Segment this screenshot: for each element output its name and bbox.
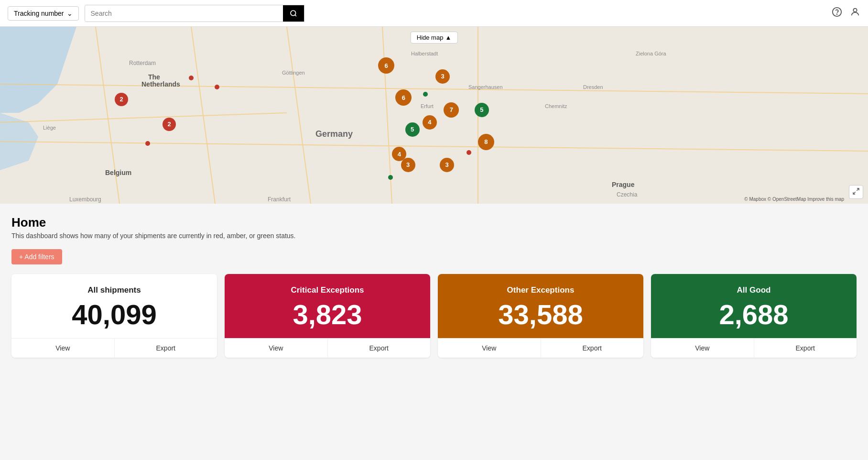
map-background: Rotterdam The Netherlands Belgium German… [0, 27, 868, 204]
svg-text:Zielona Góra: Zielona Góra [636, 51, 666, 56]
svg-text:Chemnitz: Chemnitz [545, 103, 567, 109]
tracking-dropdown-label: Tracking number [14, 10, 64, 17]
svg-text:Frankfurt: Frankfurt [268, 196, 291, 203]
dashboard: Home This dashboard shows how many of yo… [0, 204, 868, 365]
fullscreen-button[interactable] [849, 185, 863, 199]
page-title: Home [11, 215, 857, 230]
search-bar [85, 5, 304, 22]
chevron-down-icon: ⌄ [67, 10, 73, 17]
user-icon [850, 7, 860, 17]
card-value-all-good: 2,688 [719, 301, 788, 329]
search-input[interactable] [85, 6, 283, 21]
svg-text:Göttingen: Göttingen [282, 70, 305, 76]
svg-text:Luxembourg: Luxembourg [69, 196, 101, 203]
card-label-critical-exceptions: Critical Exceptions [291, 285, 364, 295]
svg-text:Germany: Germany [315, 129, 353, 139]
svg-point-0 [291, 11, 296, 16]
card-body-other-exceptions: Other Exceptions33,588 [438, 274, 643, 338]
card-label-other-exceptions: Other Exceptions [507, 285, 575, 295]
svg-line-34 [853, 192, 856, 194]
export-button-other-exceptions[interactable]: Export [541, 339, 644, 358]
search-icon [290, 10, 297, 17]
view-button-other-exceptions[interactable]: View [438, 339, 541, 358]
card-other-exceptions: Other Exceptions33,588ViewExport [438, 274, 643, 358]
svg-text:Sangerhausen: Sangerhausen [468, 84, 503, 90]
card-footer-critical-exceptions: ViewExport [225, 338, 430, 358]
export-button-all-shipments[interactable]: Export [115, 339, 217, 358]
add-filters-button[interactable]: + Add filters [11, 249, 62, 264]
svg-text:Dresden: Dresden [583, 84, 603, 90]
user-button[interactable] [850, 7, 860, 20]
chevron-up-icon: ▲ [445, 34, 451, 41]
card-all-shipments: All shipments40,099ViewExport [11, 274, 217, 358]
card-value-all-shipments: 40,099 [72, 301, 156, 329]
svg-line-1 [295, 15, 296, 16]
tracking-dropdown[interactable]: Tracking number ⌄ [8, 6, 79, 21]
export-button-critical-exceptions[interactable]: Export [328, 339, 431, 358]
svg-text:Rotterdam: Rotterdam [129, 60, 156, 66]
map-section: Rotterdam The Netherlands Belgium German… [0, 27, 868, 204]
hide-map-label: Hide map [417, 34, 444, 41]
help-icon [832, 7, 842, 17]
svg-text:Erfurt: Erfurt [421, 103, 434, 109]
cards-row: All shipments40,099ViewExportCritical Ex… [11, 274, 857, 358]
card-label-all-shipments: All shipments [87, 285, 141, 295]
svg-text:Prague: Prague [612, 181, 635, 188]
card-footer-all-shipments: ViewExport [11, 338, 217, 358]
card-all-good: All Good2,688ViewExport [651, 274, 857, 358]
card-value-critical-exceptions: 3,823 [293, 301, 362, 329]
dashboard-subtitle: This dashboard shows how many of your sh… [11, 232, 857, 240]
hide-map-button[interactable]: Hide map ▲ [411, 32, 458, 44]
view-button-all-shipments[interactable]: View [11, 339, 115, 358]
export-button-all-good[interactable]: Export [754, 339, 857, 358]
fullscreen-icon [852, 187, 860, 195]
card-label-all-good: All Good [737, 285, 771, 295]
svg-text:Liège: Liège [43, 125, 56, 131]
svg-line-33 [857, 188, 859, 191]
svg-text:Halberstadt: Halberstadt [411, 51, 438, 56]
svg-text:Jena: Jena [478, 137, 490, 142]
card-footer-other-exceptions: ViewExport [438, 338, 643, 358]
card-critical-exceptions: Critical Exceptions3,823ViewExport [225, 274, 430, 358]
header: Tracking number ⌄ [0, 0, 868, 27]
svg-text:The: The [148, 73, 160, 81]
view-button-critical-exceptions[interactable]: View [225, 339, 328, 358]
card-body-critical-exceptions: Critical Exceptions3,823 [225, 274, 430, 338]
svg-text:Czechia: Czechia [617, 191, 638, 198]
svg-text:Netherlands: Netherlands [141, 80, 180, 88]
search-button[interactable] [283, 5, 304, 22]
help-button[interactable] [832, 7, 842, 20]
svg-text:Belgium: Belgium [105, 169, 131, 176]
card-value-other-exceptions: 33,588 [498, 301, 583, 329]
card-footer-all-good: ViewExport [651, 338, 857, 358]
card-body-all-shipments: All shipments40,099 [11, 274, 217, 338]
header-icons [832, 7, 860, 20]
view-button-all-good[interactable]: View [651, 339, 754, 358]
card-body-all-good: All Good2,688 [651, 274, 857, 338]
map-credit: © Mapbox © OpenStreetMap Improve this ma… [744, 197, 844, 202]
svg-point-4 [853, 9, 857, 12]
